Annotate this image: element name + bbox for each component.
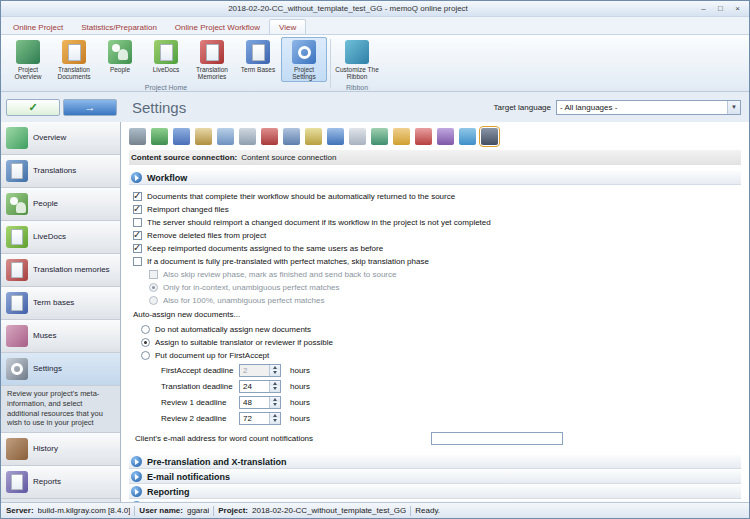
checkbox[interactable] (133, 244, 142, 253)
sidebar-item-label: Translation memories (33, 266, 110, 275)
translation-memories-icon (6, 259, 28, 281)
radio-button[interactable] (141, 351, 150, 360)
dropdown-arrow-icon[interactable]: ▼ (727, 101, 740, 114)
firstaccept-deadline-stepper[interactable]: 2 (239, 364, 281, 377)
livedocs-button[interactable]: LiveDocs (143, 37, 189, 82)
sidebar-item-translation-memories[interactable]: Translation memories (1, 254, 120, 287)
sidebar-item-muses[interactable]: Muses (1, 320, 120, 353)
stepper-down-icon[interactable] (270, 402, 280, 408)
sliders-icon[interactable] (129, 128, 146, 145)
radio-button[interactable] (149, 283, 158, 292)
project-settings-button[interactable]: Project Settings (281, 37, 327, 82)
review1-deadline-stepper[interactable]: 48 (239, 396, 281, 409)
memoq-window: 2018-02-20-CC_without_template_test_GG -… (0, 0, 750, 519)
target-language-select[interactable]: - All languages - ▼ (556, 100, 741, 115)
translation-memories-button[interactable]: Translation Memories (189, 37, 235, 82)
translation-deadline-stepper[interactable]: 24 (239, 380, 281, 393)
stepper-down-icon[interactable] (270, 418, 280, 424)
checkbox[interactable] (149, 270, 158, 279)
project-settings-icon (292, 40, 316, 64)
radio-label: Do not automatically assign new document… (155, 325, 311, 334)
filter-flag-icon[interactable] (459, 128, 476, 145)
checkbox[interactable] (133, 192, 142, 201)
deadline-row: Review 2 deadline 72 hours (161, 411, 741, 425)
section-header-pre-translation[interactable]: Pre-translation and X-translation (129, 455, 741, 469)
tab-online-project-workflow[interactable]: Online Project Workflow (166, 20, 269, 34)
deadline-label: Translation deadline (161, 382, 239, 391)
customize-ribbon-button[interactable]: Customize The Ribbon (334, 37, 380, 82)
signature-icon[interactable] (195, 128, 212, 145)
radio-button[interactable] (141, 338, 150, 347)
checkbox-label: If a document is fully pre-translated wi… (147, 257, 429, 266)
document-icon[interactable] (349, 128, 366, 145)
minimize-button[interactable]: – (695, 3, 712, 15)
people-icon (6, 193, 28, 215)
checkbox[interactable] (133, 257, 142, 266)
stepper-value: 48 (243, 398, 252, 407)
section-header-email-notifications[interactable]: E-mail notifications (129, 470, 741, 484)
tm-settings-icon[interactable] (261, 128, 278, 145)
user-edit-icon[interactable] (173, 128, 190, 145)
ribbon: Project Overview Translation Documents P… (1, 34, 749, 92)
radio-label: Assign to suitable translator or reviewe… (155, 338, 333, 347)
project-overview-button[interactable]: Project Overview (5, 37, 51, 82)
checkbox[interactable] (133, 205, 142, 214)
section-header-reporting[interactable]: Reporting (129, 485, 741, 499)
target-language-value: - All languages - (560, 103, 617, 112)
deadline-label: FirstAccept deadline (161, 366, 239, 375)
sidebar-item-term-bases[interactable]: Term bases (1, 287, 120, 320)
document-edit-icon[interactable] (217, 128, 234, 145)
proceed-button[interactable]: → (63, 99, 117, 116)
sidebar-item-settings[interactable]: Settings (1, 353, 120, 386)
section-header-workflow[interactable]: Workflow (129, 171, 741, 185)
people-status-icon[interactable] (393, 128, 410, 145)
stepper-down-icon[interactable] (270, 386, 280, 392)
radio-label: Put document up for FirstAccept (155, 351, 269, 360)
sidebar-item-translations[interactable]: Translations (1, 155, 120, 188)
status-lights-icon[interactable] (415, 128, 432, 145)
lqa-icon[interactable] (437, 128, 454, 145)
connection-chip-icon[interactable] (481, 128, 498, 145)
review2-deadline-stepper[interactable]: 72 (239, 412, 281, 425)
sidebar-item-label: Term bases (33, 299, 74, 308)
sidebar-item-livedocs[interactable]: LiveDocs (1, 221, 120, 254)
sidebar-item-people[interactable]: People (1, 188, 120, 221)
muses-icon (6, 325, 28, 347)
sidebar-item-reports[interactable]: Reports (1, 466, 120, 499)
numbers-icon[interactable] (305, 128, 322, 145)
workflow-option-row: Documents that complete their workflow s… (133, 190, 741, 202)
close-button[interactable]: × (729, 3, 746, 15)
team-icon[interactable] (151, 128, 168, 145)
deadline-unit: hours (290, 398, 310, 407)
title-bar[interactable]: 2018-02-20-CC_without_template_test_GG -… (1, 1, 749, 17)
documents-icon[interactable] (283, 128, 300, 145)
radio-button[interactable] (141, 325, 150, 334)
deadline-row: Translation deadline 24 hours (161, 379, 741, 393)
checkbox[interactable] (133, 231, 142, 240)
chevron-down-icon: ▼ (731, 104, 737, 110)
term-bases-icon (246, 40, 270, 64)
deadline-unit: hours (290, 366, 310, 375)
spellcheck-icon[interactable] (327, 128, 344, 145)
checkbox[interactable] (133, 218, 142, 227)
tab-online-project[interactable]: Online Project (4, 20, 72, 34)
tab-view[interactable]: View (269, 19, 306, 34)
web-icon[interactable] (371, 128, 388, 145)
deadline-row: Review 1 deadline 48 hours (161, 395, 741, 409)
term-bases-button[interactable]: Term Bases (235, 37, 281, 82)
translation-documents-button[interactable]: Translation Documents (51, 37, 97, 82)
confirm-button[interactable]: ✓ (6, 99, 60, 116)
maximize-button[interactable]: □ (712, 3, 729, 15)
sidebar-item-overview[interactable]: Overview (1, 122, 120, 155)
client-email-input[interactable] (431, 432, 563, 445)
sidebar-item-label: Muses (33, 332, 57, 341)
stepper-down-icon[interactable] (270, 370, 280, 376)
sidebar-item-label: Overview (33, 134, 66, 143)
document-review-icon[interactable] (239, 128, 256, 145)
auto-assign-option-row: Put document up for FirstAccept (141, 349, 741, 361)
sidebar-item-label: History (33, 445, 58, 454)
radio-button[interactable] (149, 296, 158, 305)
people-button[interactable]: People (97, 37, 143, 82)
tab-statistics-preparation[interactable]: Statistics/Preparation (72, 20, 166, 34)
sidebar-item-history[interactable]: History (1, 433, 120, 466)
